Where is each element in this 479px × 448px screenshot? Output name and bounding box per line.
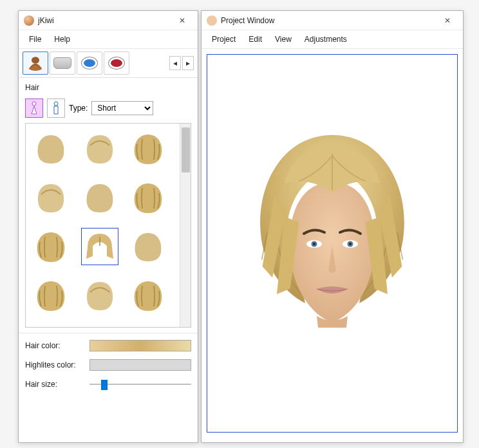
slider-handle[interactable]	[101, 380, 108, 390]
hair-thumb[interactable]	[129, 228, 167, 265]
hair-thumb[interactable]	[32, 228, 70, 265]
svg-rect-3	[54, 106, 58, 114]
tool-eyeshadow[interactable]	[77, 51, 102, 75]
toolbar-nav: ◂ ▸	[169, 56, 194, 70]
svg-point-1	[32, 102, 36, 106]
hair-color-swatch[interactable]	[89, 340, 191, 351]
type-row: Type: Short	[19, 95, 198, 123]
hair-thumb[interactable]	[129, 130, 167, 167]
menu-project[interactable]: Project	[207, 33, 241, 46]
menu-file[interactable]: File	[24, 33, 46, 46]
hair-type-dropdown[interactable]: Short	[91, 101, 153, 115]
compact-blue-icon	[81, 57, 98, 70]
menubar: File Help	[19, 30, 198, 49]
hair-thumb[interactable]	[32, 130, 70, 167]
hair-color-label: Hair color:	[25, 341, 84, 350]
tool-container[interactable]	[50, 51, 75, 75]
toolbar-prev-button[interactable]: ◂	[169, 56, 181, 70]
hair-thumb[interactable]	[81, 130, 118, 167]
jkiwi-window: jKiwi ✕ File Help ◂ ▸ Hair	[18, 10, 198, 443]
gender-male-button[interactable]	[47, 98, 65, 118]
preview-canvas[interactable]	[207, 54, 458, 433]
hair-type-select[interactable]: Short	[91, 101, 153, 115]
menu-view[interactable]: View	[270, 33, 297, 46]
toolbar-next-button[interactable]: ▸	[182, 56, 194, 70]
menu-adjustments[interactable]: Adjustments	[299, 33, 352, 46]
hair-gallery	[25, 123, 191, 328]
hair-size-slider[interactable]	[89, 378, 191, 390]
hair-thumb[interactable]	[81, 179, 118, 216]
hair-size-label: Hair size:	[25, 380, 84, 389]
tool-hair[interactable]	[23, 51, 48, 75]
female-icon	[29, 101, 39, 115]
highlights-swatch[interactable]	[89, 359, 191, 371]
window-title: jKiwi	[38, 16, 172, 25]
hair-thumb[interactable]	[32, 277, 70, 314]
jar-icon	[53, 57, 71, 69]
menu-help[interactable]: Help	[49, 33, 75, 46]
menubar: Project Edit View Adjustments	[202, 30, 463, 49]
hair-thumb[interactable]	[129, 277, 167, 314]
project-icon	[207, 15, 217, 26]
svg-point-2	[54, 102, 58, 106]
hair-controls: Hair color: Highlites color: Hair size:	[19, 333, 198, 397]
close-button[interactable]: ✕	[437, 14, 458, 28]
hairbun-icon	[26, 54, 45, 72]
project-window: Project Window ✕ Project Edit View Adjus…	[201, 10, 464, 443]
hair-thumb[interactable]	[129, 179, 167, 216]
gender-female-button[interactable]	[25, 98, 43, 118]
hair-thumb[interactable]	[32, 179, 70, 216]
gallery-scrollbar[interactable]	[180, 124, 191, 327]
highlights-label: Highlites color:	[25, 360, 84, 369]
toolbar: ◂ ▸	[19, 49, 198, 78]
app-icon	[24, 15, 34, 26]
menu-edit[interactable]: Edit	[243, 33, 267, 46]
hair-gallery-grid	[26, 124, 180, 327]
section-title: Hair	[19, 78, 198, 95]
close-button[interactable]: ✕	[172, 14, 193, 28]
titlebar[interactable]: Project Window ✕	[202, 11, 463, 30]
titlebar[interactable]: jKiwi ✕	[19, 11, 198, 30]
type-label: Type:	[69, 104, 88, 113]
window-title: Project Window	[221, 16, 437, 25]
hair-thumb[interactable]	[81, 277, 118, 314]
compact-red-icon	[108, 57, 125, 70]
scrollbar-thumb[interactable]	[182, 127, 190, 173]
tool-blush[interactable]	[104, 51, 129, 75]
male-icon	[51, 101, 61, 115]
model-preview	[249, 137, 416, 356]
svg-point-0	[32, 57, 39, 64]
hair-thumb[interactable]	[81, 228, 118, 265]
